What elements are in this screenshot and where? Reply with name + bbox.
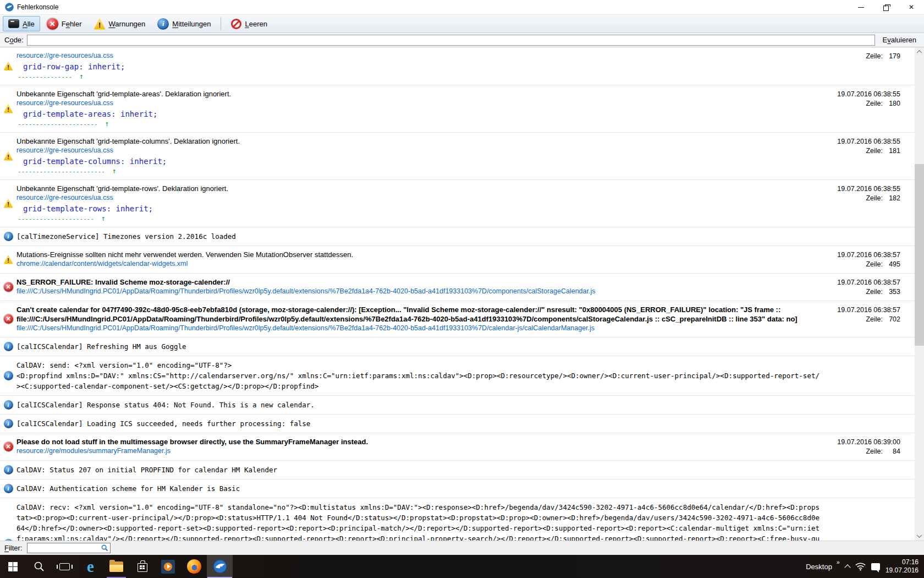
console-message-row[interactable]: ✕Can't create calendar for 047f7490-392c… <box>0 301 915 337</box>
info-icon: i <box>4 371 13 380</box>
warning-icon: ! <box>4 151 13 161</box>
clear-button[interactable]: Leeren <box>226 16 272 31</box>
message-icon-cell: ! <box>0 136 16 176</box>
message-line-number: Zeile:182 <box>822 194 900 203</box>
console-log-line: [calICSCalendar] Refreshing HM aus Goggl… <box>16 341 822 352</box>
warning-icon: ! <box>4 104 13 113</box>
message-line-number: Zeile:495 <box>822 260 900 269</box>
console-message-row[interactable]: iCalDAV: recv: <?xml version="1.0" encod… <box>0 498 915 541</box>
message-icon-cell: ! <box>0 183 16 223</box>
message-meta: 19.07.2016 06:39:00Zeile:84 <box>822 437 915 456</box>
taskbar-search-button[interactable] <box>26 555 52 578</box>
taskbar-movies-button[interactable] <box>155 555 181 578</box>
message-meta <box>822 501 915 541</box>
console-message-row[interactable]: i[calTimezoneService] Timezones version … <box>0 227 915 246</box>
message-meta <box>822 464 915 475</box>
search-icon <box>34 561 45 572</box>
dash-underline: ---------------------- <box>18 121 98 128</box>
taskbar-explorer-button[interactable] <box>103 555 129 578</box>
console-message-row[interactable]: !Unbekannte Eigenschaft 'grid-template-r… <box>0 180 915 227</box>
clear-icon <box>231 19 241 29</box>
filter-errors-button[interactable]: ✕ Fehler <box>41 16 87 31</box>
message-source-link[interactable]: file:///C:/Users/HMundIngrid.PC01/AppDat… <box>16 324 822 333</box>
system-tray: Desktop» 07:16 19.07.2016 <box>806 555 924 578</box>
start-button[interactable] <box>0 555 26 578</box>
message-text: Unbekannte Eigenschaft 'grid-template-co… <box>16 137 822 146</box>
console-log-line: CalDAV: Authentication scheme for HM Kal… <box>16 483 822 494</box>
taskbar-firefox-button[interactable] <box>181 555 207 578</box>
minimize-button[interactable] <box>848 0 873 14</box>
taskbar-store-button[interactable] <box>129 555 155 578</box>
evaluate-button[interactable]: Evaluieren <box>878 36 921 44</box>
line-number-label: Zeile: <box>866 260 883 268</box>
console-message-row[interactable]: iCalDAV: Authentication scheme for HM Ka… <box>0 479 915 498</box>
console-message-row[interactable]: !resource://gre-resources/ua.cssgrid-row… <box>0 47 915 85</box>
message-icon-cell: i <box>0 483 16 494</box>
message-source-link[interactable]: resource://gre-resources/ua.css <box>16 99 822 108</box>
message-timestamp: 19.07.2016 06:38:55 <box>822 137 900 146</box>
message-timestamp: 19.07.2016 06:38:55 <box>822 184 900 194</box>
console-message-row[interactable]: ✕Please do not load stuff in the multime… <box>0 433 915 461</box>
window-title: Fehlerkonsole <box>17 3 58 11</box>
info-icon: i <box>4 419 13 428</box>
action-center-icon[interactable] <box>871 563 880 570</box>
clock-time: 07:16 <box>886 558 919 566</box>
warning-icon: ! <box>4 61 13 70</box>
message-source-link[interactable]: resource://gre-resources/ua.css <box>16 193 822 203</box>
desktop-toolbar-label[interactable]: Desktop» <box>806 563 840 571</box>
warning-icon: ! <box>94 18 106 30</box>
error-icon: ✕ <box>4 442 13 451</box>
console-message-row[interactable]: i[calICSCalendar] Response status 404: N… <box>0 396 915 415</box>
filter-warnings-button[interactable]: ! Warnungen <box>89 16 151 31</box>
caret-up-icon: ↑ <box>79 72 84 80</box>
console-log-line: CalDAV: send: <?xml version="1.0" encodi… <box>16 360 822 370</box>
code-input[interactable] <box>27 35 875 46</box>
message-source-link[interactable]: resource://gre-resources/ua.css <box>16 146 822 155</box>
message-meta: 19.07.2016 06:38:57Zeile:702 <box>822 304 915 333</box>
message-source-link[interactable]: resource://gre/modules/summaryFrameManag… <box>16 446 822 456</box>
message-icon-cell: i <box>0 464 16 475</box>
message-body: [calICSCalendar] Loading ICS succeeded, … <box>16 418 822 429</box>
scrollbar-thumb[interactable] <box>915 164 924 346</box>
console-message-row[interactable]: ✕NS_ERROR_FAILURE: Invalid Scheme moz-st… <box>0 274 915 301</box>
message-source-link[interactable]: file:///C:/Users/HMundIngrid.PC01/AppDat… <box>16 287 822 296</box>
task-view-icon <box>59 563 70 570</box>
message-meta <box>822 341 915 352</box>
taskbar-clock[interactable]: 07:16 19.07.2016 <box>886 558 919 575</box>
console-message-row[interactable]: !Unbekannte Eigenschaft 'grid-template-a… <box>0 85 915 133</box>
console-message-row[interactable]: iCalDAV: Status 207 on initial PROPFIND … <box>0 461 915 479</box>
scroll-down-arrow[interactable] <box>915 531 924 541</box>
console-message-row[interactable]: i[calICSCalendar] Loading ICS succeeded,… <box>0 415 915 433</box>
console-log-line: [calICSCalendar] Loading ICS succeeded, … <box>16 418 822 429</box>
console-message-row[interactable]: !Mutations-Ereignisse sollten nicht mehr… <box>0 246 915 274</box>
close-button[interactable]: ✕ <box>899 0 924 14</box>
message-body: Please do not load stuff in the multimes… <box>16 437 822 456</box>
console-message-row[interactable]: i[calICSCalendar] Refreshing HM aus Gogg… <box>0 337 915 356</box>
message-meta <box>822 399 915 410</box>
message-source-link[interactable]: resource://gre-resources/ua.css <box>16 51 822 61</box>
taskbar-edge-button[interactable]: e <box>78 555 103 578</box>
message-text: Unbekannte Eigenschaft 'grid-template-ar… <box>16 89 822 99</box>
scroll-up-arrow[interactable] <box>915 47 924 57</box>
movies-tv-icon <box>161 560 175 574</box>
message-source-link[interactable]: chrome://calendar/content/widgets/calend… <box>16 259 822 269</box>
overflow-chevron-icon[interactable]: » <box>837 559 840 565</box>
console-message-row[interactable]: iCalDAV: send: <?xml version="1.0" encod… <box>0 356 915 396</box>
filter-all-button[interactable]: Alle <box>3 16 40 31</box>
task-view-button[interactable] <box>52 555 78 578</box>
windows-store-icon <box>138 563 147 572</box>
console-window-icon <box>8 19 19 28</box>
taskbar-thunderbird-button[interactable] <box>207 555 233 578</box>
wifi-icon[interactable] <box>855 562 866 571</box>
restore-button[interactable] <box>873 0 899 14</box>
console-message-row[interactable]: !Unbekannte Eigenschaft 'grid-template-c… <box>0 133 915 180</box>
message-meta: 19.07.2016 06:38:57Zeile:495 <box>822 249 915 269</box>
filter-input[interactable] <box>27 543 111 553</box>
vertical-scrollbar[interactable] <box>915 47 924 541</box>
show-hidden-icons-chevron[interactable] <box>844 564 850 570</box>
filter-messages-button[interactable]: i Mitteilungen <box>152 16 216 31</box>
line-number-value: 353 <box>883 287 900 297</box>
message-line-number: Zeile:181 <box>822 146 900 156</box>
info-icon: i <box>4 232 13 241</box>
error-position-indicator: ---------------↑ <box>16 72 822 81</box>
